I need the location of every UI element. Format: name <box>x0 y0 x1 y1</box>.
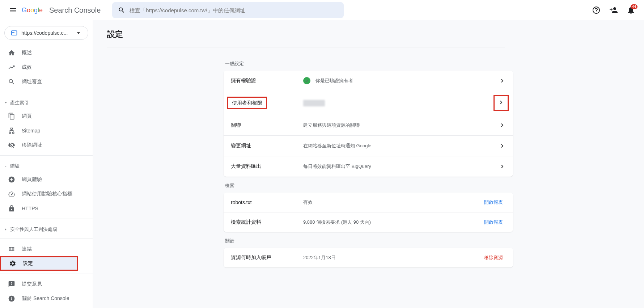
section-security[interactable]: 安全性與人工判決處罰 <box>0 222 93 236</box>
sidebar: https://codepulse.c... 概述 成效 網址審查 產生索引 網… <box>0 20 93 308</box>
feedback-icon <box>8 280 15 288</box>
section-about-label: 關於 <box>225 238 513 244</box>
hamburger-icon <box>9 6 17 14</box>
nav-removals[interactable]: 移除網址 <box>0 138 84 152</box>
home-icon <box>8 49 15 56</box>
users-button[interactable] <box>606 3 621 17</box>
property-text: https://codepulse.c... <box>21 30 75 36</box>
general-card: 擁有權驗證 你是已驗證擁有者 使用者和權限 關聯 建立服務與這項資源的關聯 <box>224 71 513 177</box>
domain-icon <box>10 29 18 37</box>
info-icon <box>8 295 15 302</box>
lock-icon <box>8 205 15 212</box>
chevron-right-icon <box>497 99 505 106</box>
svg-rect-2 <box>12 32 14 33</box>
visibility-off-icon <box>8 142 15 149</box>
section-general-label: 一般設定 <box>225 60 513 67</box>
help-button[interactable] <box>589 3 603 17</box>
chevron-right-icon <box>499 77 506 84</box>
menu-button[interactable] <box>6 3 20 17</box>
product-name: Search Console <box>49 6 101 14</box>
nav-feedback[interactable]: 提交意見 <box>0 277 84 291</box>
chevron-highlight <box>493 95 509 111</box>
settings-icon <box>9 260 16 267</box>
about-card: 資源何時加入帳戶 2022年1月18日 移除資源 <box>224 248 513 267</box>
logo[interactable]: Google Search Console <box>22 6 101 14</box>
chevron-down-icon <box>4 164 8 168</box>
check-icon <box>303 77 310 84</box>
row-change-address[interactable]: 變更網址 在網站移至新位址時通知 Google <box>224 136 513 156</box>
search-icon <box>118 7 125 14</box>
help-icon <box>592 6 601 14</box>
nav-sitemaps[interactable]: Sitemap <box>0 123 84 138</box>
chevron-right-icon <box>499 163 506 170</box>
row-crawl-stats[interactable]: 檢索統計資料 9,880 個檢索要求 (過去 90 天內) 開啟報表 <box>224 212 513 232</box>
search-input[interactable] <box>130 7 338 13</box>
main-content: 設定 一般設定 擁有權驗證 你是已驗證擁有者 使用者和權限 <box>93 20 644 308</box>
dropdown-icon <box>75 29 82 37</box>
crawl-card: robots.txt 有效 開啟報表 檢索統計資料 9,880 個檢索要求 (過… <box>224 193 513 232</box>
row-bulk-export[interactable]: 大量資料匯出 每日將效能資料匯出至 BigQuery <box>224 156 513 177</box>
search-bar[interactable] <box>112 2 344 18</box>
chevron-right-icon <box>499 142 506 149</box>
chevron-right-icon <box>499 122 506 129</box>
nav-performance[interactable]: 成效 <box>0 60 84 75</box>
search-icon <box>8 78 15 85</box>
sitemap-icon <box>8 127 15 134</box>
trending-icon <box>8 64 15 71</box>
nav-page-experience[interactable]: 網頁體驗 <box>0 172 84 187</box>
row-associations[interactable]: 關聯 建立服務與這項資源的關聯 <box>224 115 513 136</box>
nav-settings[interactable]: 設定 <box>0 256 78 271</box>
svg-text:Google: Google <box>22 7 43 14</box>
notification-badge: 44 <box>631 4 637 9</box>
section-experience[interactable]: 體驗 <box>0 159 93 172</box>
header: Google Search Console 44 <box>0 0 644 20</box>
pages-icon <box>8 113 15 120</box>
section-crawl-label: 檢索 <box>225 182 513 189</box>
chevron-right-icon <box>4 227 8 232</box>
property-selector[interactable]: https://codepulse.c... <box>4 26 88 40</box>
row-users[interactable]: 使用者和權限 <box>224 91 513 115</box>
section-indexing[interactable]: 產生索引 <box>0 95 93 109</box>
google-logo-icon: Google <box>22 6 48 14</box>
row-ownership[interactable]: 擁有權驗證 你是已驗證擁有者 <box>224 71 513 91</box>
row-added[interactable]: 資源何時加入帳戶 2022年1月18日 移除資源 <box>224 248 513 267</box>
person-add-icon <box>609 6 618 14</box>
row-robots[interactable]: robots.txt 有效 開啟報表 <box>224 193 513 212</box>
nav-url-inspection[interactable]: 網址審查 <box>0 75 84 89</box>
nav-https[interactable]: HTTPS <box>0 201 84 216</box>
svg-rect-1 <box>12 31 17 35</box>
links-icon <box>8 245 15 253</box>
nav-overview[interactable]: 概述 <box>0 46 84 60</box>
page-title: 設定 <box>107 29 505 47</box>
plus-circle-icon <box>8 176 15 183</box>
chevron-down-icon <box>4 101 8 105</box>
nav-pages[interactable]: 網頁 <box>0 109 84 123</box>
notifications-button[interactable]: 44 <box>624 3 638 17</box>
redacted-value <box>303 100 325 106</box>
nav-about[interactable]: 關於 Search Console <box>0 291 84 306</box>
speed-icon <box>8 190 15 198</box>
nav-links[interactable]: 連結 <box>0 242 84 256</box>
nav-cwv[interactable]: 網站使用體驗核心指標 <box>0 187 84 201</box>
